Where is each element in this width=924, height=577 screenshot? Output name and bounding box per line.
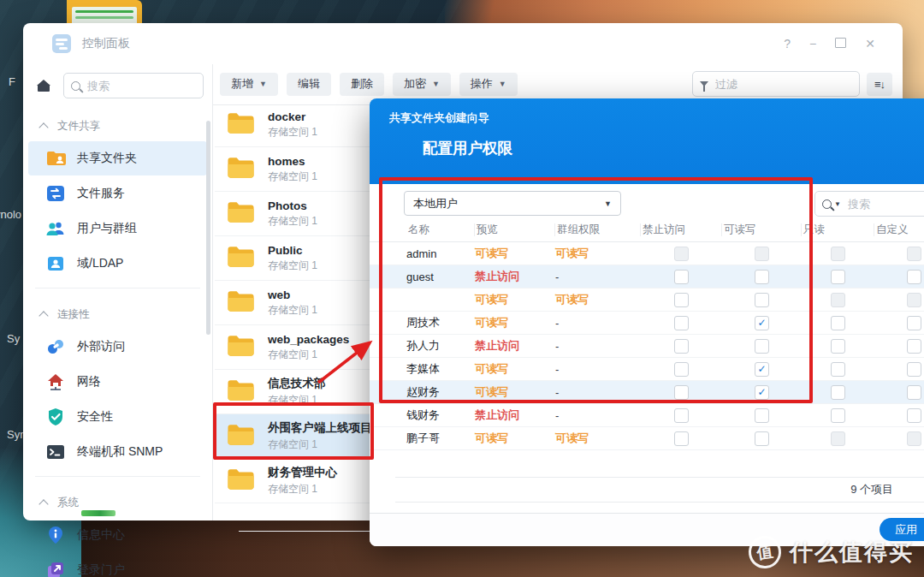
toolbar-button-1[interactable]: 编辑 bbox=[287, 73, 331, 96]
folder-row[interactable]: homes存储空间 1 bbox=[215, 147, 393, 192]
folder-row[interactable]: 信息技术部存储空间 1 bbox=[215, 370, 393, 414]
checkbox-custom[interactable] bbox=[907, 270, 921, 284]
toolbar-button-4[interactable]: 操作▼ bbox=[459, 73, 518, 96]
checkbox-deny[interactable] bbox=[674, 385, 689, 400]
sidebar-item-shared-folder[interactable]: 共享文件夹 bbox=[28, 141, 207, 175]
permission-row[interactable]: admin可读写可读写 bbox=[370, 242, 924, 265]
toolbar-button-3[interactable]: 加密▼ bbox=[393, 73, 451, 96]
checkbox-rw[interactable] bbox=[755, 408, 769, 423]
sidebar-section-1[interactable]: 连接性 bbox=[23, 295, 212, 329]
checkbox-custom[interactable] bbox=[907, 339, 921, 354]
sidebar-item-domain-ldap[interactable]: 域/LDAP bbox=[28, 247, 207, 281]
folder-row[interactable]: web_packages存储空间 1 bbox=[215, 325, 393, 370]
permission-row[interactable]: 李媒体可读写-✓ bbox=[370, 358, 924, 381]
checkbox-deny[interactable] bbox=[674, 247, 689, 261]
folder-icon bbox=[227, 201, 255, 227]
sidebar-search-input[interactable] bbox=[86, 79, 196, 93]
column-header[interactable]: 自定义 bbox=[874, 223, 924, 236]
checkbox-rw[interactable]: ✓ bbox=[755, 385, 769, 400]
toolbar-button-2[interactable]: 删除 bbox=[340, 73, 384, 96]
dialog-search-input[interactable] bbox=[846, 197, 924, 211]
checkbox-ro[interactable] bbox=[831, 293, 845, 307]
sidebar-item-network[interactable]: 网络 bbox=[28, 365, 207, 399]
sidebar-search[interactable] bbox=[63, 73, 204, 98]
checkbox-rw[interactable] bbox=[755, 339, 769, 354]
home-button[interactable] bbox=[30, 74, 57, 98]
checkbox-ro[interactable] bbox=[831, 431, 845, 446]
desktop-folder-icon[interactable] bbox=[67, 0, 142, 23]
sidebar-scrollbar[interactable] bbox=[206, 121, 210, 335]
sidebar-item-users-groups[interactable]: 用户与群组 bbox=[28, 211, 207, 246]
folder-row[interactable]: Photos存储空间 1 bbox=[215, 192, 393, 236]
checkbox-custom[interactable] bbox=[907, 293, 921, 307]
dialog-search[interactable]: ▼ bbox=[814, 191, 924, 217]
column-header[interactable]: 群组权限 bbox=[555, 223, 641, 236]
checkbox-rw[interactable] bbox=[755, 270, 769, 284]
permission-row[interactable]: 赵财务可读写-✓ bbox=[370, 381, 924, 404]
sidebar-item-file-services[interactable]: 文件服务 bbox=[28, 176, 207, 211]
permission-row[interactable]: 鹏子哥可读写可读写 bbox=[370, 427, 924, 450]
folder-row[interactable]: web存储空间 1 bbox=[215, 281, 393, 325]
permission-row[interactable]: 钱财务禁止访问- bbox=[370, 404, 924, 427]
sidebar-item-security[interactable]: 安全性 bbox=[28, 400, 207, 434]
checkbox-rw[interactable] bbox=[755, 293, 769, 307]
folder-row[interactable]: 财务管理中心存储空间 1 bbox=[215, 459, 393, 503]
folder-text: 外围客户端上线项目存储空间 1 bbox=[268, 420, 372, 452]
checkbox-rw[interactable] bbox=[755, 247, 769, 261]
sidebar-section-0[interactable]: 文件共享 bbox=[23, 107, 212, 140]
checkbox-rw[interactable]: ✓ bbox=[755, 316, 769, 330]
column-header[interactable]: 名称 bbox=[406, 223, 475, 236]
user-name: 赵财务 bbox=[406, 384, 475, 400]
folder-location: 存储空间 1 bbox=[268, 437, 372, 452]
column-header[interactable]: 可读写 bbox=[722, 223, 802, 236]
user-type-dropdown[interactable]: 本地用户 ▼ bbox=[404, 191, 621, 216]
titlebar[interactable]: 控制面板 ?−✕ bbox=[23, 23, 903, 64]
checkbox-ro[interactable] bbox=[831, 408, 845, 423]
checkbox-custom[interactable] bbox=[907, 316, 921, 330]
checkbox-ro[interactable] bbox=[831, 339, 845, 354]
checkbox-ro[interactable] bbox=[831, 316, 845, 330]
checkbox-ro[interactable] bbox=[831, 362, 845, 377]
toolbar-button-0[interactable]: 新增▼ bbox=[220, 73, 278, 96]
folder-row[interactable]: 外围客户端上线项目存储空间 1 bbox=[215, 414, 393, 459]
folder-row[interactable]: docker存储空间 1 bbox=[215, 103, 393, 147]
checkbox-rw[interactable] bbox=[755, 431, 769, 446]
checkbox-deny[interactable] bbox=[674, 362, 689, 377]
checkbox-rw[interactable]: ✓ bbox=[755, 362, 769, 377]
maximize-button[interactable] bbox=[835, 38, 846, 50]
sidebar-item-external-access[interactable]: 外部访问 bbox=[28, 330, 207, 364]
checkbox-custom[interactable] bbox=[907, 431, 921, 446]
permission-row[interactable]: 周技术可读写-✓ bbox=[370, 312, 924, 335]
sidebar-item-terminal-snmp[interactable]: 终端机和 SNMP bbox=[28, 435, 207, 469]
checkbox-deny[interactable] bbox=[674, 316, 689, 330]
sidebar-item-info-center[interactable]: 信息中心 bbox=[28, 518, 207, 552]
sidebar-item-login-portal[interactable]: 登录门户 bbox=[28, 553, 207, 577]
column-header[interactable]: 禁止访问 bbox=[641, 223, 722, 236]
checkbox-custom[interactable] bbox=[907, 362, 921, 377]
sort-button[interactable]: ≡↓ bbox=[867, 73, 892, 96]
column-header[interactable]: 只读 bbox=[802, 223, 874, 236]
column-header[interactable]: 预览 bbox=[475, 223, 555, 236]
checkbox-custom[interactable] bbox=[907, 408, 921, 423]
checkbox-ro[interactable] bbox=[831, 270, 845, 284]
checkbox-deny[interactable] bbox=[674, 270, 689, 284]
permission-row[interactable]: guest禁止访问- bbox=[370, 265, 924, 288]
checkbox-custom[interactable] bbox=[907, 247, 921, 261]
checkbox-deny[interactable] bbox=[674, 431, 689, 446]
checkbox-deny[interactable] bbox=[674, 293, 689, 307]
help-button[interactable]: ? bbox=[784, 38, 791, 50]
checkbox-deny[interactable] bbox=[674, 339, 689, 354]
filter-box[interactable] bbox=[692, 71, 860, 97]
filter-input[interactable] bbox=[714, 77, 852, 92]
checkbox-custom[interactable] bbox=[907, 385, 921, 400]
checkbox-ro[interactable] bbox=[831, 247, 845, 261]
minimize-button[interactable]: − bbox=[809, 38, 816, 50]
sidebar-section-2[interactable]: 系统 bbox=[23, 484, 212, 517]
close-button[interactable]: ✕ bbox=[865, 38, 875, 50]
folder-row[interactable]: Public存储空间 1 bbox=[215, 236, 393, 281]
permission-row[interactable]: 可读写可读写 bbox=[370, 288, 924, 312]
checkbox-cell-ro bbox=[802, 293, 874, 307]
permission-row[interactable]: 孙人力禁止访问- bbox=[370, 335, 924, 358]
checkbox-deny[interactable] bbox=[674, 408, 689, 423]
checkbox-ro[interactable] bbox=[831, 385, 845, 400]
